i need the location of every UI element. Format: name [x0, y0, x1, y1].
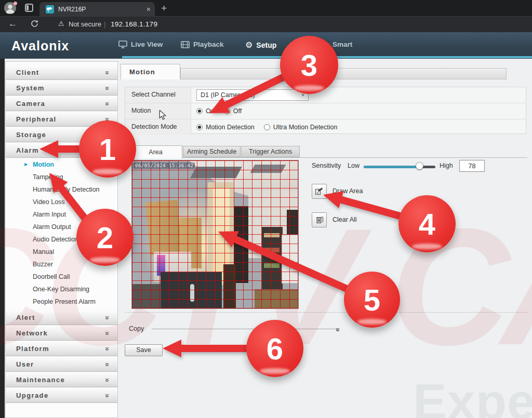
chevron-down-icon: » — [103, 331, 112, 334]
nav-playback-label: Playback — [193, 41, 224, 48]
sensitivity-low-label: Low — [348, 162, 360, 169]
section-divider — [125, 312, 527, 313]
callout-4: 4 — [398, 195, 456, 252]
clear-all-label: Clear All — [332, 216, 357, 223]
ultra-motion-detection-radio[interactable] — [264, 124, 270, 130]
sidebar-item-camera[interactable]: Camera» — [6, 96, 117, 111]
callout-1: 1 — [79, 120, 136, 178]
sidebar-item-people-present-alarm[interactable]: People Present Alarm — [6, 295, 117, 308]
chevron-down-icon: » — [103, 378, 112, 381]
monitor-icon — [118, 41, 127, 48]
sidebar-item-network[interactable]: Network» — [6, 325, 117, 341]
copy-expand-chevron-icon[interactable]: » — [334, 328, 342, 331]
select-channel-label: Select Channel — [125, 87, 191, 103]
sidebar-item-system[interactable]: System» — [6, 80, 117, 96]
nav-setup-label: Setup — [256, 41, 276, 49]
brand-logo: Avalonix — [11, 38, 69, 53]
sidebar-item-upgrade[interactable]: Upgrade» — [6, 387, 117, 403]
copy-label: Copy — [129, 325, 144, 332]
sidebar-item-doorbell-call[interactable]: Doorbell Call — [6, 271, 117, 283]
callout-5: 5 — [344, 272, 400, 328]
callout-arrow-6 — [163, 338, 247, 359]
browser-tab[interactable]: NVR216P × — [39, 2, 155, 16]
back-icon[interactable]: ← — [8, 19, 17, 29]
nav-playback[interactable]: Playback — [181, 41, 224, 48]
tab-arming-schedule[interactable]: Arming Schedule — [183, 146, 241, 157]
sensitivity-label: Sensitivity — [312, 162, 341, 169]
preview-timestamp: 06/05/2024 15:36:42 — [134, 163, 195, 169]
tab-title: NVR216P — [58, 6, 142, 13]
tab-close-icon[interactable]: × — [147, 6, 151, 13]
save-button[interactable]: Save — [125, 344, 163, 356]
motion-detection-label: Motion Detection — [206, 124, 255, 131]
chevron-down-icon: » — [103, 347, 112, 350]
callout-3: 3 — [280, 36, 338, 94]
sidebar-item-user[interactable]: User» — [6, 356, 117, 372]
sidebar-item-maintenance[interactable]: Maintenance» — [6, 372, 117, 387]
mouse-cursor — [159, 110, 167, 120]
reload-icon[interactable] — [30, 19, 39, 28]
address-bar-url[interactable]: 192.168.1.179 — [111, 20, 157, 28]
page-left-edge — [0, 59, 5, 418]
security-label: Not secure — [69, 20, 101, 28]
page-tab-motion[interactable]: Motion — [121, 64, 180, 79]
site-favicon-camera-icon — [46, 5, 54, 14]
sidebar-item-client[interactable]: Client» — [6, 64, 117, 80]
copy-divider-line — [152, 329, 337, 329]
sensitivity-slider-fill — [364, 166, 419, 168]
chevron-down-icon: » — [103, 362, 112, 366]
ultra-motion-detection-label: Ultra Motion Detection — [273, 124, 338, 131]
sidebar-item-one-key-disarming[interactable]: One-Key Disarming — [6, 283, 117, 295]
new-tab-icon[interactable]: + — [161, 3, 167, 14]
motion-detection-radio[interactable] — [196, 124, 203, 130]
form-row-detection-mode: Detection Mode Motion Detection Ultra Mo… — [125, 119, 526, 135]
chevron-down-icon: » — [103, 86, 112, 89]
profile-status-dot — [14, 2, 17, 5]
callout-6: 6 — [246, 320, 303, 377]
camera-preview[interactable]: 06/05/2024 15:36:42 — [131, 160, 299, 309]
sidebar-item-platform[interactable]: Platform» — [6, 341, 117, 356]
chevron-down-icon: » — [103, 102, 112, 105]
form-row-motion: Motion On Off — [125, 103, 526, 119]
film-icon — [181, 41, 190, 48]
nav-smart[interactable]: Smart — [332, 41, 352, 48]
chevron-down-icon: » — [103, 394, 112, 397]
motion-grid-overlay — [132, 160, 298, 308]
detection-mode-label: Detection Mode — [125, 119, 191, 135]
subtab-baseline — [125, 157, 527, 158]
chevron-down-icon: » — [103, 316, 112, 319]
sensitivity-high-label: High — [440, 162, 453, 169]
chevron-down-icon: » — [103, 71, 112, 74]
gray-watermark: Expert — [413, 373, 532, 418]
url-divider: | — [104, 20, 105, 28]
pencil-icon — [315, 187, 324, 196]
form-row-select-channel: Select Channel D1 (IP Camera 01) ▼ — [125, 87, 526, 103]
screenshot-root: NVR216P × + ← ⚠ Not secure | 192.168.1.1… — [0, 0, 532, 418]
nav-smart-label: Smart — [332, 41, 352, 48]
clear-all-button[interactable] — [312, 212, 327, 227]
motion-settings-form: Select Channel D1 (IP Camera 01) ▼ Motio… — [125, 87, 526, 134]
nav-setup[interactable]: ⚙ Setup — [245, 40, 276, 50]
trash-icon — [315, 215, 324, 224]
active-marker-icon: ▶ — [24, 158, 28, 171]
gear-icon: ⚙ — [245, 40, 252, 50]
sensitivity-value-input[interactable] — [459, 160, 485, 172]
motion-label: Motion — [125, 103, 191, 119]
sidebar-item-alert[interactable]: Alert» — [6, 309, 117, 325]
sensitivity-slider-thumb[interactable] — [416, 162, 423, 170]
tab-trigger-actions[interactable]: Trigger Actions — [241, 146, 300, 157]
tab-area[interactable]: Area — [129, 145, 182, 158]
motion-on-radio[interactable] — [196, 108, 203, 114]
page-tab-strip-rest — [180, 68, 507, 79]
nav-live-view[interactable]: Live View — [118, 41, 163, 48]
callout-2: 2 — [76, 209, 134, 266]
tab-search-icon[interactable] — [25, 4, 33, 12]
nav-live-view-label: Live View — [131, 41, 163, 48]
warning-triangle-icon: ⚠ — [58, 20, 64, 28]
